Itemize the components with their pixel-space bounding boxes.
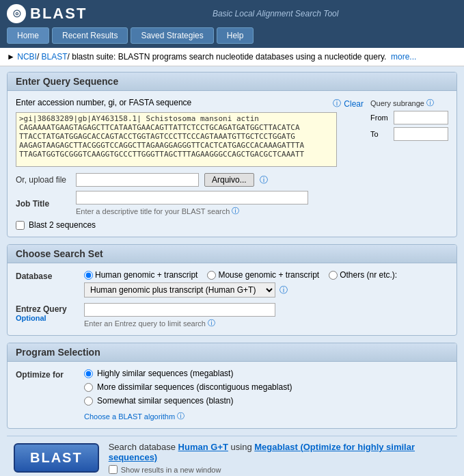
database-radios: Human genomic + transcript Mouse genomic… xyxy=(84,270,397,280)
main-content: Enter Query Sequence Enter accession num… xyxy=(0,66,464,476)
blast-bar: BLAST Search database Human G+T using Me… xyxy=(7,436,457,476)
blast-db-link[interactable]: Human G+T xyxy=(178,442,228,452)
entrez-label: Entrez Query Optional xyxy=(16,303,77,322)
db-select-row: Human genomic plus transcript (Human G+T… xyxy=(84,282,397,298)
nav-help[interactable]: Help xyxy=(217,27,254,44)
algo-link[interactable]: Choose a BLAST algorithm ⓘ xyxy=(84,411,292,421)
upload-btn[interactable]: Arquivo... xyxy=(204,173,254,187)
query-textarea[interactable] xyxy=(16,112,337,167)
radio-megablast-input[interactable] xyxy=(84,369,93,378)
show-results-row: Show results in a new window xyxy=(109,465,450,474)
enter-query-section: Enter Query Sequence Enter accession num… xyxy=(7,72,457,237)
blast-subtitle: Basic Local Alignment Search Tool xyxy=(94,9,457,18)
breadcrumb-desc: blastn suite: BLASTN programs search nuc… xyxy=(72,52,386,62)
program-selection-body: Optimize for Highly similar sequences (m… xyxy=(8,362,456,428)
to-input[interactable] xyxy=(394,127,448,141)
radio-mouse-input[interactable] xyxy=(207,271,216,280)
choose-search-set-section: Choose Search Set Database Human genomic… xyxy=(7,244,457,336)
db-select[interactable]: Human genomic plus transcript (Human G+T… xyxy=(84,282,275,298)
enter-query-body: Enter accession number, gi, or FASTA seq… xyxy=(8,91,456,237)
breadcrumb-sep1: / xyxy=(37,52,39,62)
database-row: Database Human genomic + transcript Mous… xyxy=(16,270,448,298)
breadcrumb-more[interactable]: more... xyxy=(391,52,416,62)
job-title-hint: Enter a descriptive title for your BLAST… xyxy=(76,206,308,216)
nav-home[interactable]: Home xyxy=(7,27,49,44)
to-label: To xyxy=(370,130,391,138)
from-input[interactable] xyxy=(394,111,448,124)
breadcrumb-sep2: / xyxy=(68,52,70,62)
entrez-hint: Enter an Entrez query to limit search ⓘ xyxy=(84,318,275,328)
choose-search-set-body: Database Human genomic + transcript Mous… xyxy=(8,263,456,335)
nav-saved-strategies[interactable]: Saved Strategies xyxy=(131,27,213,44)
help-job-icon[interactable]: ⓘ xyxy=(232,206,239,216)
radio-blastn-input[interactable] xyxy=(84,397,93,406)
help-subrange-icon[interactable]: ⓘ xyxy=(426,98,434,108)
database-label: Database xyxy=(16,270,77,281)
blast2-row: Blast 2 sequences xyxy=(16,220,448,230)
query-left: Enter accession number, gi, or FASTA seq… xyxy=(16,98,364,169)
help-upload-icon[interactable]: ⓘ xyxy=(260,174,268,186)
radio-human[interactable]: Human genomic + transcript xyxy=(84,270,197,280)
database-options: Human genomic + transcript Mouse genomic… xyxy=(84,270,397,298)
nav-bar: Home Recent Results Saved Strategies Hel… xyxy=(0,27,464,48)
upload-label: Or, upload file xyxy=(16,175,70,185)
breadcrumb-blast[interactable]: BLAST xyxy=(42,52,68,62)
enter-query-title: Enter Query Sequence xyxy=(16,76,118,87)
help-algo-icon[interactable]: ⓘ xyxy=(177,411,185,421)
upload-file-input[interactable] xyxy=(76,173,199,187)
blast-search-info: Search database Human G+T using Megablas… xyxy=(109,442,450,474)
radio-mouse[interactable]: Mouse genomic + transcript xyxy=(207,270,319,280)
job-title-input[interactable] xyxy=(76,191,308,204)
program-selection-title: Program Selection xyxy=(16,347,100,358)
query-label: Enter accession number, gi, or FASTA seq… xyxy=(16,98,191,109)
entrez-input[interactable] xyxy=(84,303,275,317)
query-top-row: Enter accession number, gi, or FASTA seq… xyxy=(16,98,448,169)
entrez-right: Enter an Entrez query to limit search ⓘ xyxy=(84,303,275,328)
optimize-row: Optimize for Highly similar sequences (m… xyxy=(16,369,448,421)
help-db-icon[interactable]: ⓘ xyxy=(279,285,288,296)
radio-others[interactable]: Others (nr etc.): xyxy=(329,270,397,280)
radio-discontig[interactable]: More dissimilar sequences (discontiguous… xyxy=(84,382,292,392)
optimize-label: Optimize for xyxy=(16,369,77,380)
blast-spiral-icon: ⦾ xyxy=(7,4,26,23)
subrange-label: Query subrange ⓘ xyxy=(370,98,448,108)
entrez-row: Entrez Query Optional Enter an Entrez qu… xyxy=(16,303,448,328)
show-results-checkbox[interactable] xyxy=(109,465,118,474)
job-title-label: Job Title xyxy=(16,199,70,209)
optimize-options: Highly similar sequences (megablast) Mor… xyxy=(84,369,292,421)
app-header: ⦾ BLAST Basic Local Alignment Search Too… xyxy=(0,0,464,27)
breadcrumb: ► NCBI/ BLAST/ blastn suite: BLASTN prog… xyxy=(0,48,464,66)
breadcrumb-ncbi[interactable]: NCBI xyxy=(17,52,37,62)
blast-search-text: Search database Human G+T using Megablas… xyxy=(109,442,450,462)
clear-link[interactable]: Clear xyxy=(344,99,364,109)
enter-query-header: Enter Query Sequence xyxy=(8,72,456,91)
job-title-row: Job Title Enter a descriptive title for … xyxy=(16,191,448,216)
from-row: From xyxy=(370,111,448,124)
choose-search-set-header: Choose Search Set xyxy=(8,245,456,263)
radio-discontig-input[interactable] xyxy=(84,383,93,392)
program-selection-header: Program Selection xyxy=(8,343,456,362)
radio-blastn[interactable]: Somewhat similar sequences (blastn) xyxy=(84,396,292,406)
choose-search-set-title: Choose Search Set xyxy=(16,248,103,259)
upload-row: Or, upload file Arquivo... ⓘ xyxy=(16,173,448,187)
nav-recent-results[interactable]: Recent Results xyxy=(52,27,128,44)
blast-logo: ⦾ BLAST xyxy=(7,4,87,23)
show-results-label: Show results in a new window xyxy=(121,466,221,474)
program-selection-section: Program Selection Optimize for Highly si… xyxy=(7,343,457,429)
help-query-icon[interactable]: ⓘ xyxy=(333,98,341,109)
radio-human-input[interactable] xyxy=(84,271,93,280)
from-label: From xyxy=(370,114,391,122)
radio-megablast[interactable]: Highly similar sequences (megablast) xyxy=(84,369,292,378)
radio-others-input[interactable] xyxy=(329,271,338,280)
blast2-label: Blast 2 sequences xyxy=(29,220,96,230)
to-row: To xyxy=(370,127,448,141)
blast2-checkbox[interactable] xyxy=(16,221,25,230)
blast-title: BLAST xyxy=(30,5,87,23)
help-entrez-icon[interactable]: ⓘ xyxy=(208,318,215,328)
query-subrange: Query subrange ⓘ From To xyxy=(370,98,448,141)
blast-submit-button[interactable]: BLAST xyxy=(14,443,99,473)
